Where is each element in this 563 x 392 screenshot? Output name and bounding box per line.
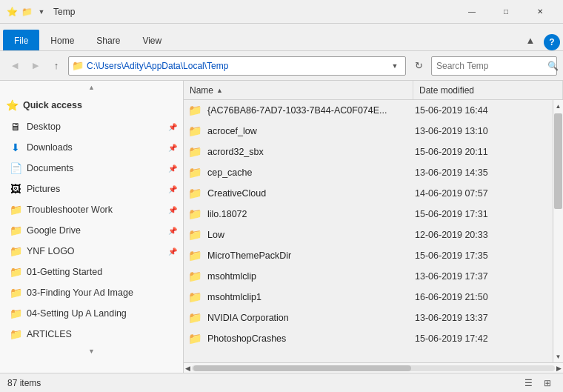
column-header-name[interactable]: Name ▲ [184, 81, 413, 99]
tab-view[interactable]: View [131, 30, 173, 50]
minimize-button[interactable]: — [455, 0, 489, 24]
scroll-down-button[interactable]: ▼ [553, 351, 563, 362]
sidebar-scroll-down-button[interactable]: ▼ [0, 345, 183, 358]
column-header-date[interactable]: Date modified [413, 81, 563, 99]
table-row[interactable]: 📁 NVIDIA Corporation 13-06-2019 13:37 [184, 308, 553, 328]
file-icon: 📁 [187, 289, 203, 305]
file-list-scroll[interactable]: 📁 {AC76BA86-7AD7-1033-7B44-AC0F074E... 1… [184, 100, 553, 362]
sidebar-item-pictures[interactable]: 🖼 Pictures 📌 [0, 179, 183, 199]
search-wrap[interactable]: 🔍 [431, 56, 557, 76]
down-arrow-icon[interactable]: ▼ [36, 6, 47, 18]
scroll-thumb[interactable] [554, 113, 562, 209]
file-icon: 📁 [187, 185, 203, 202]
sidebar-item-ynflogo[interactable]: 📁 YNF LOGO 📌 [0, 241, 183, 262]
file-date: 13-06-2019 17:37 [415, 271, 550, 282]
scroll-track[interactable] [553, 112, 563, 351]
file-date: 15-06-2019 17:35 [415, 250, 550, 261]
hscroll-left-button[interactable]: ◀ [185, 365, 190, 372]
hscroll-thumb[interactable] [193, 365, 411, 371]
main-area: ▲ ⭐ Quick access 🖥 Desktop 📌 ⬇ Downloads… [0, 81, 563, 373]
file-name: msohtmlclip [207, 271, 415, 282]
table-row[interactable]: 📁 CreativeCloud 14-06-2019 07:57 [184, 183, 553, 204]
list-view-button[interactable]: ☰ [520, 376, 536, 391]
details-view-button[interactable]: ⊞ [539, 376, 556, 391]
file-icon: 📁 [187, 144, 203, 160]
sidebar-item-findingadimage[interactable]: 📁 03-Finding Your Ad Image [0, 282, 183, 303]
sidebar-item-downloads[interactable]: ⬇ Downloads 📌 [0, 137, 183, 158]
sidebar-item-gettingstarted[interactable]: 📁 01-Getting Started [0, 262, 183, 282]
file-icon: 📁 [187, 165, 203, 181]
file-name: Low [207, 230, 415, 240]
landing-icon: 📁 [9, 307, 22, 320]
table-row[interactable]: 📁 MicroThemePackDir 15-06-2019 17:35 [184, 245, 553, 266]
file-date: 15-06-2019 16:44 [415, 105, 550, 116]
table-row[interactable]: 📁 {AC76BA86-7AD7-1033-7B44-AC0F074E... 1… [184, 100, 553, 121]
address-input[interactable] [87, 61, 387, 71]
horizontal-scrollbar[interactable]: ◀ ▶ [184, 362, 563, 373]
table-row[interactable]: 📁 msohtmlclip 13-06-2019 17:37 [184, 266, 553, 287]
sidebar-item-documents[interactable]: 📄 Documents 📌 [0, 158, 183, 179]
search-icon[interactable]: 🔍 [547, 61, 559, 71]
sidebar-item-desktop-label: Desktop [27, 122, 165, 132]
file-name: {AC76BA86-7AD7-1033-7B44-AC0F074E... [207, 105, 415, 116]
scroll-up-button[interactable]: ▲ [553, 100, 563, 112]
table-row[interactable]: 📁 PhotoshopCrashes 15-06-2019 17:42 [184, 328, 553, 349]
up-button[interactable]: ↑ [47, 57, 65, 75]
sidebar-item-articles[interactable]: 📁 ARTICLES [0, 324, 183, 345]
address-input-wrap[interactable]: 📁 ▼ [68, 56, 406, 76]
sidebar-scroll-up-button[interactable]: ▲ [0, 81, 183, 94]
table-row[interactable]: 📁 msohtmlclip1 16-06-2019 21:50 [184, 287, 553, 308]
file-icon: 📁 [187, 330, 203, 347]
quick-access-header[interactable]: ⭐ Quick access [0, 94, 183, 116]
sidebar-item-pictures-label: Pictures [27, 184, 165, 194]
status-right: ☰ ⊞ [520, 376, 556, 391]
table-row[interactable]: 📁 Low 12-06-2019 20:33 [184, 225, 553, 245]
file-icon: 📁 [187, 102, 203, 119]
tab-share[interactable]: Share [85, 30, 131, 50]
table-row[interactable]: 📁 cep_cache 13-06-2019 14:35 [184, 162, 553, 183]
table-row[interactable]: 📁 acrord32_sbx 15-06-2019 20:11 [184, 142, 553, 162]
address-folder-icon: 📁 [72, 60, 84, 71]
tab-file[interactable]: File [3, 30, 39, 50]
file-icon: 📁 [187, 248, 203, 264]
file-date: 15-06-2019 17:42 [415, 333, 550, 344]
close-button[interactable]: ✕ [523, 0, 557, 24]
file-list-header: Name ▲ Date modified [184, 81, 563, 100]
file-name: CreativeCloud [207, 188, 415, 199]
file-icon: 📁 [187, 123, 203, 139]
sidebar-item-googledrive-label: Google Drive [27, 225, 165, 236]
ribbon: File Home Share View ▲ ? [0, 24, 563, 51]
gettingstarted-icon: 📁 [9, 265, 22, 279]
maximize-button[interactable]: □ [489, 0, 523, 24]
forward-button[interactable]: ▶ [27, 57, 44, 75]
table-row[interactable]: 📁 lilo.18072 15-06-2019 17:31 [184, 204, 553, 225]
sidebar-item-troubleshooter-label: Troubleshooter Work [27, 205, 165, 215]
refresh-button[interactable]: ↻ [409, 56, 428, 76]
hscroll-track[interactable] [192, 365, 555, 371]
back-button[interactable]: ◀ [6, 57, 24, 75]
file-date: 16-06-2019 21:50 [415, 292, 550, 302]
file-date: 14-06-2019 07:57 [415, 188, 550, 199]
sidebar-item-landing[interactable]: 📁 04-Setting Up A Landing [0, 303, 183, 324]
search-input[interactable] [436, 61, 547, 71]
quick-access-star-icon: ⭐ [6, 99, 19, 111]
quick-access-label: Quick access [23, 100, 177, 110]
address-dropdown-button[interactable]: ▼ [387, 57, 402, 75]
pin-icon: 📌 [168, 123, 177, 131]
pin-icon-5: 📌 [168, 206, 177, 214]
ribbon-collapse-button[interactable]: ▲ [520, 30, 541, 50]
file-icon: 📁 [187, 227, 203, 243]
folder-icon: 📁 [21, 6, 33, 18]
vertical-scrollbar[interactable]: ▲ ▼ [553, 100, 563, 362]
sidebar-item-troubleshooter[interactable]: 📁 Troubleshooter Work 📌 [0, 199, 183, 220]
sidebar-item-googledrive[interactable]: 📁 Google Drive 📌 [0, 220, 183, 241]
tab-home[interactable]: Home [39, 30, 85, 50]
file-name: msohtmlclip1 [207, 292, 415, 302]
sidebar-item-desktop[interactable]: 🖥 Desktop 📌 [0, 116, 183, 137]
sidebar: ▲ ⭐ Quick access 🖥 Desktop 📌 ⬇ Downloads… [0, 81, 184, 373]
table-row[interactable]: 📁 acrocef_low 13-06-2019 13:10 [184, 121, 553, 142]
pictures-icon: 🖼 [9, 182, 22, 196]
hscroll-right-button[interactable]: ▶ [556, 365, 562, 372]
help-button[interactable]: ? [544, 34, 560, 50]
file-date: 13-06-2019 13:10 [415, 126, 550, 136]
